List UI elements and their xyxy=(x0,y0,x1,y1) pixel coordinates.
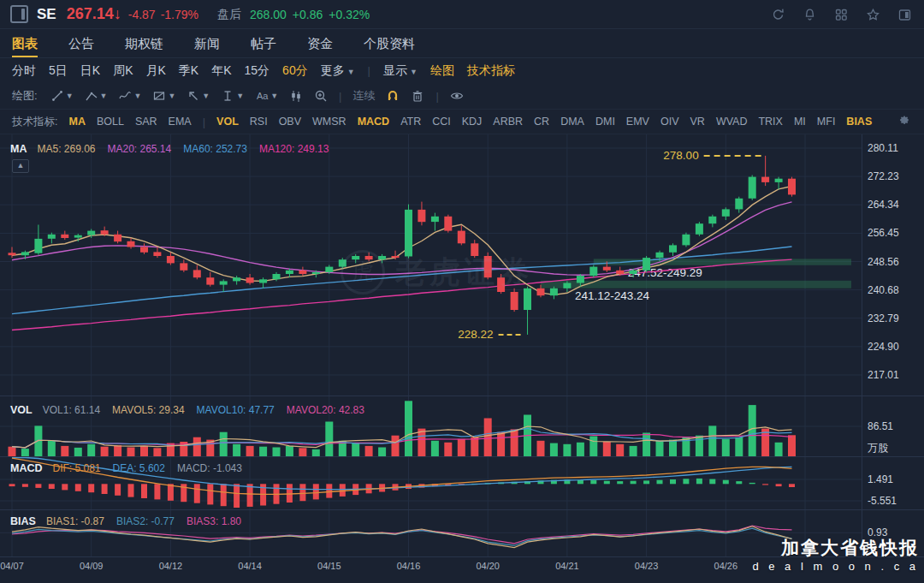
polyline-tool-icon[interactable]: ▼ xyxy=(85,89,108,103)
chevron-down-icon: ▼ xyxy=(347,68,355,76)
divider: | xyxy=(203,116,205,128)
bell-icon[interactable] xyxy=(803,8,817,22)
indicator-WMSR[interactable]: WMSR xyxy=(312,116,346,128)
candlestick-chart[interactable]: 247.52-249.29241.12-243.24278.00228.22 xyxy=(0,134,862,399)
date-axis-label: 04/20 xyxy=(476,561,500,571)
svg-text:228.22: 228.22 xyxy=(458,328,493,341)
date-axis-label: 04/12 xyxy=(159,561,183,571)
after-hours-percent: +0.32% xyxy=(329,8,370,21)
legend-item: DEA: 5.602 xyxy=(113,462,165,474)
chevron-down-icon: ▼ xyxy=(66,92,74,100)
tab-帖子[interactable]: 帖子 xyxy=(251,29,276,57)
indicator-ARBR[interactable]: ARBR xyxy=(493,116,523,128)
zoom-in-tool-icon[interactable] xyxy=(314,89,328,103)
period-季K[interactable]: 季K xyxy=(179,63,198,79)
period-日K[interactable]: 日K xyxy=(80,63,100,79)
trendline-tool-icon[interactable]: ▼ xyxy=(50,89,74,103)
wave-tool-icon[interactable]: ▼ xyxy=(118,89,141,103)
period-5日[interactable]: 5日 xyxy=(49,63,68,79)
period-分时[interactable]: 分时 xyxy=(12,63,36,79)
price-change-percent: -1.79% xyxy=(161,8,198,21)
refresh-icon[interactable] xyxy=(771,8,785,22)
star-icon[interactable] xyxy=(866,8,880,22)
period-周K[interactable]: 周K xyxy=(113,63,133,79)
tab-个股资料[interactable]: 个股资料 xyxy=(364,29,415,57)
price-axis-label: 232.79 xyxy=(868,312,899,324)
indicator-OBV[interactable]: OBV xyxy=(279,116,301,128)
legend-item: MA5: 269.06 xyxy=(37,143,95,155)
indicator-EMA[interactable]: EMA xyxy=(169,116,192,128)
after-hours-change: +0.86 xyxy=(293,8,323,21)
macd-axis-label: -5.551 xyxy=(868,495,897,507)
indicator-DMI[interactable]: DMI xyxy=(595,116,615,128)
indicator-VR[interactable]: VR xyxy=(690,116,705,128)
indicator-CCI[interactable]: CCI xyxy=(432,116,451,128)
indicator-KDJ[interactable]: KDJ xyxy=(462,116,483,128)
indicator-MFI[interactable]: MFI xyxy=(817,116,836,128)
price-line-tool-icon[interactable]: ▼ xyxy=(221,89,244,103)
indicator-SAR[interactable]: SAR xyxy=(135,116,157,128)
indicator-CR[interactable]: CR xyxy=(534,116,549,128)
indicator-BOLL[interactable]: BOLL xyxy=(97,116,124,128)
draw-toggle[interactable]: 绘图 xyxy=(430,63,454,79)
price-axis-label: 256.45 xyxy=(868,227,899,239)
bias-legend: BIASBIAS1: -0.87BIAS2: -0.77BIAS3: 1.80 xyxy=(10,513,253,528)
date-axis-label: 04/09 xyxy=(80,561,104,571)
bias-axis-label: 0.93 xyxy=(868,526,887,538)
tab-图表[interactable]: 图表 xyxy=(12,29,38,57)
indicator-MACD[interactable]: MACD xyxy=(358,116,390,128)
indicator-MA[interactable]: MA xyxy=(68,116,85,128)
after-hours-price: 268.00 xyxy=(250,8,287,21)
legend-item: MACD: -1.043 xyxy=(177,462,242,474)
panel-divider xyxy=(0,509,924,510)
trash-icon[interactable] xyxy=(411,89,424,103)
display-menu[interactable]: 显示▼ xyxy=(383,63,418,79)
pattern-tool-icon[interactable]: ▼ xyxy=(152,89,175,103)
indicator-toggle[interactable]: 技术指标 xyxy=(467,63,515,79)
legend-item: BIAS2: -0.77 xyxy=(116,515,175,527)
indicator-TRIX[interactable]: TRIX xyxy=(758,116,782,128)
svg-text:Aa: Aa xyxy=(257,91,269,101)
indicator-EMV[interactable]: EMV xyxy=(626,116,649,128)
tab-期权链[interactable]: 期权链 xyxy=(125,29,163,57)
quote-header: SE 267.14↓ -4.87 -1.79% 盘后 268.00 +0.86 … xyxy=(0,0,924,29)
drawing-toolbar: 绘图: ▼▼▼▼▼▼Aa▼|连续| xyxy=(0,83,924,110)
period-更多[interactable]: 更多▼ xyxy=(321,63,355,79)
gear-icon[interactable] xyxy=(897,114,910,128)
stock-logo-icon xyxy=(10,5,28,23)
legend-title: MA xyxy=(10,143,27,155)
period-年K[interactable]: 年K xyxy=(211,63,231,79)
eye-icon[interactable] xyxy=(450,89,464,103)
period-60分[interactable]: 60分 xyxy=(282,63,308,79)
magnet-icon[interactable] xyxy=(386,89,400,103)
apps-icon[interactable] xyxy=(834,8,849,22)
divider: | xyxy=(368,64,370,77)
tab-公告[interactable]: 公告 xyxy=(68,29,94,57)
date-axis-label: 04/23 xyxy=(635,561,659,571)
indicator-bar-label: 技术指标: xyxy=(12,115,57,129)
tab-资金[interactable]: 资金 xyxy=(307,29,333,57)
indicator-MI[interactable]: MI xyxy=(794,116,806,128)
kline-tool-icon[interactable] xyxy=(289,89,303,103)
text-tool-icon[interactable]: Aa▼ xyxy=(255,89,278,103)
continuous-toggle[interactable]: 连续 xyxy=(352,88,375,104)
indicator-OIV[interactable]: OIV xyxy=(660,116,679,128)
period-15分[interactable]: 15分 xyxy=(245,63,270,79)
indicator-VOL[interactable]: VOL xyxy=(216,116,239,128)
collapse-panel-button[interactable]: ▲ xyxy=(12,159,29,173)
tab-新闻[interactable]: 新闻 xyxy=(194,29,220,57)
arrow-tool-icon[interactable]: ▼ xyxy=(187,89,210,103)
indicator-BIAS[interactable]: BIAS xyxy=(846,116,872,128)
period-月K[interactable]: 月K xyxy=(145,63,165,79)
price-axis-label: 248.56 xyxy=(868,256,899,268)
indicator-DMA[interactable]: DMA xyxy=(560,116,584,128)
indicator-ATR[interactable]: ATR xyxy=(400,116,421,128)
price-change: -4.87 xyxy=(128,8,156,21)
svg-text:278.00: 278.00 xyxy=(663,149,698,162)
price-axis-label: 217.01 xyxy=(868,369,899,381)
chevron-down-icon: ▼ xyxy=(202,92,210,100)
indicator-WVAD[interactable]: WVAD xyxy=(716,116,748,128)
panel-icon[interactable] xyxy=(897,8,912,22)
macd-axis-label: 1.491 xyxy=(868,473,893,485)
indicator-RSI[interactable]: RSI xyxy=(250,116,268,128)
